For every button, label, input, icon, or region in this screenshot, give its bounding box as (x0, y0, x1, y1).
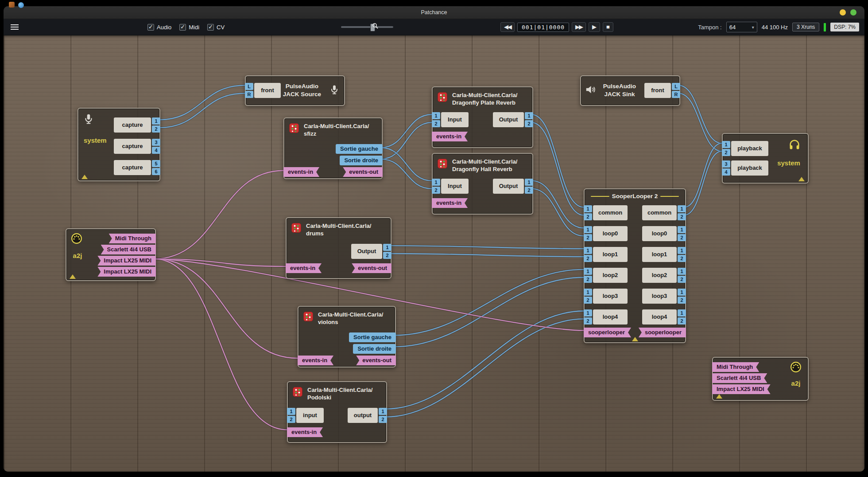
audio-cable[interactable] (531, 114, 584, 207)
port-channel-1[interactable]: 1 (584, 289, 592, 296)
audio-cable[interactable] (394, 270, 584, 335)
node-a2j-right[interactable]: a2jMidi ThroughScarlett 4i4 USBImpact LX… (712, 357, 809, 401)
port-channel-1[interactable]: 1 (383, 244, 391, 251)
midi-port-label[interactable]: events-in (287, 427, 323, 437)
midi-cable[interactable] (154, 171, 283, 259)
midi-port-label[interactable]: events-in (432, 198, 468, 208)
port-channel-2[interactable]: 2 (432, 120, 440, 127)
port-channel-5[interactable]: 5 (152, 160, 160, 167)
port-output[interactable]: Output12 (493, 179, 533, 194)
port-events-in[interactable]: events-in (286, 263, 322, 273)
port-channel-2[interactable]: 2 (383, 252, 391, 259)
audio-cable[interactable] (159, 86, 245, 120)
port-channel-1[interactable]: 1 (379, 408, 387, 415)
port-capture[interactable]: capture34 (114, 139, 160, 154)
node-pulseaudio-jack-source[interactable]: PulseAudioJACK SourceLRfront (245, 75, 345, 106)
port-output[interactable]: Output12 (493, 112, 533, 127)
port-channel-1[interactable]: 1 (678, 205, 686, 212)
audio-cable[interactable] (678, 86, 722, 143)
audio-cable[interactable] (381, 114, 432, 148)
port-channel-l[interactable]: L (245, 83, 253, 90)
node-system-playback[interactable]: system12playback34playback (722, 133, 809, 184)
port-channel-1[interactable]: 1 (722, 141, 730, 148)
port-front[interactable]: LRfront (245, 83, 281, 98)
port-channel-2[interactable]: 2 (584, 234, 592, 241)
audio-checkbox[interactable]: ✓ (147, 24, 154, 31)
port-loop1[interactable]: 12loop1 (584, 247, 628, 262)
port-channel-1[interactable]: 1 (584, 309, 592, 317)
port-channel-1[interactable]: 1 (678, 247, 686, 254)
port-channel-1[interactable]: 1 (678, 268, 686, 275)
audio-cable[interactable] (390, 254, 584, 257)
port-output[interactable]: Output12 (351, 244, 391, 259)
port-impact-lx25-midi[interactable]: Impact LX25 MIDI (97, 256, 156, 266)
xruns-button[interactable]: 3 Xruns (792, 23, 819, 31)
midi-cable[interactable] (154, 259, 298, 358)
port-common[interactable]: common12 (642, 205, 686, 220)
port-events-in[interactable]: events-in (432, 198, 468, 208)
port-capture[interactable]: capture56 (114, 160, 160, 175)
stop-button[interactable]: ■ (603, 22, 613, 32)
port-channel-2[interactable]: 2 (722, 149, 730, 156)
port-channel-2[interactable]: 2 (678, 234, 686, 241)
port-channel-2[interactable]: 2 (379, 416, 387, 423)
port-channel-2[interactable]: 2 (584, 255, 592, 262)
port-capture[interactable]: capture12 (114, 117, 160, 133)
port-scarlett-4i4-usb[interactable]: Scarlett 4i4 USB (712, 373, 767, 383)
patchbay-canvas[interactable]: systemcapture12capture34capture56PulseAu… (4, 35, 864, 472)
port-playback[interactable]: 12playback (722, 141, 768, 156)
play-button[interactable]: ▶ (589, 22, 600, 32)
midi-port-label[interactable]: events-in (432, 132, 468, 141)
audio-cable[interactable] (394, 278, 584, 347)
port-channel-2[interactable]: 2 (584, 213, 592, 220)
audio-port-label[interactable]: Sortie gauche (336, 144, 383, 154)
audio-cable[interactable] (381, 148, 432, 181)
port-loop3[interactable]: loop312 (642, 289, 686, 304)
midi-port-label[interactable]: Scarlett 4i4 USB (712, 373, 767, 383)
audio-cable[interactable] (531, 122, 584, 215)
port-sortie-droite[interactable]: Sortie droite (340, 156, 383, 165)
port-channel-2[interactable]: 2 (678, 276, 686, 283)
port-input[interactable]: 12input (287, 408, 324, 423)
box-fold-triangle[interactable] (70, 274, 76, 279)
port-channel-1[interactable]: 1 (584, 226, 592, 233)
port-channel-2[interactable]: 2 (287, 416, 295, 423)
port-channel-2[interactable]: 2 (525, 187, 533, 194)
port-playback[interactable]: 34playback (722, 160, 768, 176)
box-fold-triangle[interactable] (716, 394, 722, 399)
port-loop1[interactable]: loop112 (642, 247, 686, 262)
menu-button[interactable] (11, 19, 19, 35)
zoom-slider[interactable] (341, 19, 393, 35)
port-events-out[interactable]: events-out (352, 263, 391, 273)
port-events-in[interactable]: events-in (432, 132, 468, 141)
port-channel-2[interactable]: 2 (432, 187, 440, 194)
port-channel-r[interactable]: R (245, 91, 253, 98)
port-input[interactable]: 12Input (432, 179, 469, 194)
midi-port-label[interactable]: sooperlooper (639, 328, 686, 337)
node-sooperlooper[interactable]: SooperLooper 212commoncommon1212loop0loo… (584, 188, 686, 343)
port-channel-2[interactable]: 2 (678, 317, 686, 325)
buffer-size-select[interactable]: 64 ▾ (726, 22, 757, 32)
port-channel-4[interactable]: 4 (152, 147, 160, 154)
port-loop4[interactable]: loop412 (642, 309, 686, 325)
port-events-out[interactable]: events-out (356, 356, 396, 365)
titlebar[interactable]: Patchance (4, 6, 864, 19)
port-channel-1[interactable]: 1 (525, 179, 533, 186)
midi-port-label[interactable]: events-out (356, 356, 396, 365)
midi-port-label[interactable]: Impact LX25 MIDI (97, 256, 156, 266)
minimize-button[interactable] (840, 9, 846, 16)
port-channel-2[interactable]: 2 (678, 255, 686, 262)
midi-port-label[interactable]: Impact LX25 MIDI (712, 384, 771, 394)
port-midi-through[interactable]: Midi Through (712, 362, 759, 372)
audio-port-label[interactable]: Sortie droite (340, 156, 383, 165)
node-carla-podolski[interactable]: Carla-Multi-Client.Carla/Podolski12input… (287, 381, 387, 443)
port-channel-1[interactable]: 1 (432, 112, 440, 119)
midi-port-label[interactable]: events-in (283, 167, 319, 177)
port-events-in[interactable]: events-in (283, 167, 319, 177)
port-channel-1[interactable]: 1 (432, 179, 440, 186)
port-channel-6[interactable]: 6 (152, 168, 160, 175)
port-loop2[interactable]: loop212 (642, 268, 686, 283)
node-carla-dragonfly-plate[interactable]: Carla-Multi-Client.Carla/Dragonfly Plate… (432, 86, 533, 148)
port-channel-1[interactable]: 1 (678, 226, 686, 233)
midi-cable[interactable] (154, 259, 287, 430)
